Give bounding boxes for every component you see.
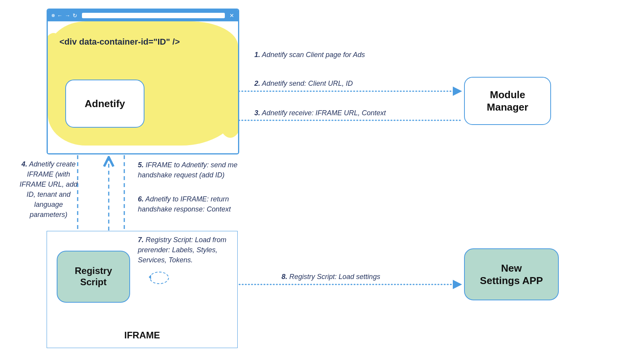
loading-spinner-icon — [150, 272, 169, 284]
step-4-num: 4. — [21, 160, 27, 168]
browser-body: <div data-container-id="ID" /> Adnetify — [48, 21, 238, 153]
step-2-text: Adnetify send: Client URL, ID — [262, 80, 353, 87]
diagram-stage: ← → ↻ ✕ <div data-container-id="ID" /> A… — [0, 0, 619, 364]
container-div-code: <div data-container-id="ID" /> — [59, 37, 239, 47]
step-1-text: Adnetify scan Client page for Ads — [262, 51, 365, 59]
step-7-caption: 7. Registry Script: Load from prerender:… — [138, 235, 247, 265]
registry-script-node: Registry Script — [57, 251, 130, 303]
step-2-caption: 2. Adnetify send: Client URL, ID — [254, 78, 449, 88]
step-2-num: 2. — [254, 80, 260, 87]
browser-chrome-bar: ← → ↻ ✕ — [48, 10, 238, 21]
step-8-text: Registry Script: Load settings — [289, 273, 380, 281]
step-6-caption: 6. Adnetify to IFRAME: return handshake … — [138, 194, 254, 214]
step-3-caption: 3. Adnetify receive: IFRAME URL, Context — [254, 108, 456, 118]
step-6-text: Adnetify to IFRAME: return handshake res… — [138, 195, 231, 213]
step-5-text: IFRAME to Adnetify: send me handshake re… — [138, 161, 237, 179]
step-5-caption: 5. IFRAME to Adnetify: send me handshake… — [138, 160, 254, 180]
step-7-text: Registry Script: Load from prerender: La… — [138, 236, 226, 264]
iframe-label: IFRAME — [47, 330, 237, 341]
new-settings-app-node: New Settings APP — [464, 248, 559, 300]
url-bar — [82, 13, 225, 18]
step-3-text: Adnetify receive: IFRAME URL, Context — [262, 109, 386, 117]
step-4-caption: 4. Adnetify create IFRAME (with IFRAME U… — [16, 159, 82, 220]
new-settings-app-label: New Settings APP — [480, 262, 543, 287]
step-8-caption: 8. Registry Script: Load settings — [282, 272, 437, 282]
step-4-text: Adnetify create IFRAME (with IFRAME URL,… — [19, 160, 77, 218]
nav-refresh-icon: ↻ — [73, 13, 77, 18]
client-browser-window: ← → ↻ ✕ <div data-container-id="ID" /> A… — [47, 9, 239, 154]
registry-script-label: Registry Script — [75, 265, 112, 288]
step-3-num: 3. — [254, 109, 260, 117]
window-close-icon: ✕ — [230, 13, 234, 18]
nav-forward-icon: → — [65, 13, 70, 18]
step-6-num: 6. — [138, 195, 144, 203]
step-7-num: 7. — [138, 236, 144, 244]
step-5-num: 5. — [138, 161, 144, 169]
adnetify-node: Adnetify — [65, 80, 144, 128]
window-dot-icon — [52, 14, 55, 17]
nav-back-icon: ← — [57, 13, 63, 18]
step-1-num: 1. — [254, 51, 260, 59]
step-1-caption: 1. Adnetify scan Client page for Ads — [254, 50, 449, 60]
step-8-num: 8. — [282, 273, 287, 281]
module-manager-label: Module Manager — [487, 88, 529, 114]
module-manager-node: Module Manager — [464, 77, 551, 125]
